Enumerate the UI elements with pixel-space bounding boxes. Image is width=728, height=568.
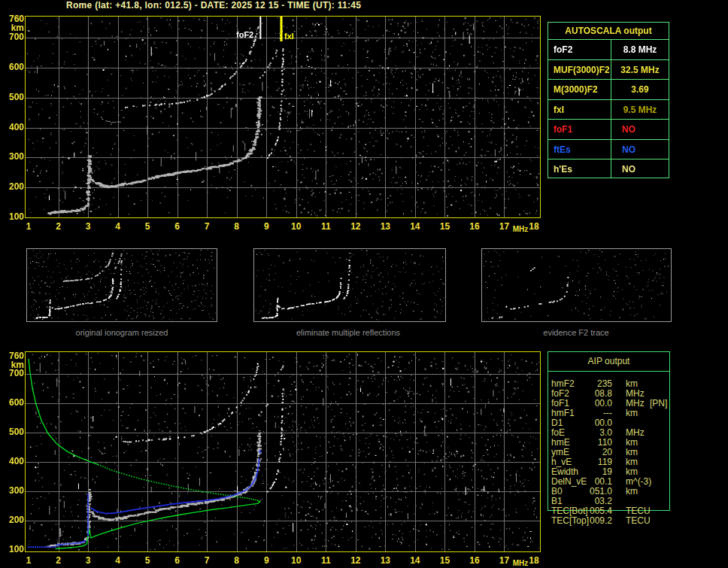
thumbnail-original-ionogram <box>26 248 217 322</box>
parameter-value: --- <box>581 408 612 418</box>
parameter-unit: km <box>626 457 638 467</box>
autoscala-row-MUF(3000)F2: MUF(3000)F232.5 MHz <box>548 59 669 80</box>
parameter-unit: km <box>626 378 638 389</box>
parameter-unit: km <box>626 437 638 448</box>
height-axis-unit: km <box>2 23 24 33</box>
parameter-label: B0 <box>551 486 563 497</box>
freq-tick-7: 7 <box>199 555 215 566</box>
height-tick-200: 200 <box>2 515 24 525</box>
parameter-value: 005.4 <box>581 506 612 516</box>
height-tick-600: 600 <box>2 398 24 408</box>
freq-tick-15: 15 <box>436 555 453 566</box>
aip-row-hmF1: hmF1---km <box>548 408 675 418</box>
autoscala-row-M(3000)F2: M(3000)F23.69 <box>548 79 669 99</box>
freq-tick-5: 5 <box>139 555 156 566</box>
ionogram-plot-top <box>25 16 541 219</box>
height-tick-200: 200 <box>2 182 24 192</box>
parameter-label: foE <box>551 427 565 438</box>
freq-tick-2: 2 <box>50 221 67 232</box>
freq-tick-14: 14 <box>407 221 423 232</box>
freq-tick-10: 10 <box>288 555 305 566</box>
freq-tick-6: 6 <box>169 555 186 566</box>
parameter-label: foF1 <box>554 124 572 135</box>
parameter-value: 00.1 <box>581 476 612 487</box>
parameter-label: hmF1 <box>551 408 575 418</box>
freq-tick-16: 16 <box>466 555 483 566</box>
parameter-value: 110 <box>581 437 612 448</box>
freq-tick-1: 1 <box>20 555 37 566</box>
thumbnail-caption: evidence F2 trace <box>501 328 651 338</box>
height-tick-500: 500 <box>2 93 24 102</box>
height-tick-500: 500 <box>2 427 24 437</box>
aip-row-hmF2: hmF2235km <box>548 378 675 388</box>
parameter-unit: km <box>626 466 638 477</box>
freq-tick-9: 9 <box>258 555 275 566</box>
height-tick-300: 300 <box>2 152 24 162</box>
freq-tick-4: 4 <box>110 555 126 566</box>
parameter-label: ftEs <box>554 144 571 155</box>
freq-tick-8: 8 <box>229 555 245 566</box>
aip-row-h_vE: h_vE119km <box>548 457 675 466</box>
freq-tick-15: 15 <box>436 221 453 232</box>
parameter-label: ymE <box>551 447 569 457</box>
aip-row-hmE: hmE110km <box>548 437 675 447</box>
parameter-label: hmE <box>551 437 570 448</box>
freq-tick-4: 4 <box>110 221 126 232</box>
thumbnail-multiples-removed <box>253 248 446 322</box>
parameter-unit: km <box>626 486 638 497</box>
parameter-value: 3.69 <box>611 84 669 95</box>
aip-header-divider <box>548 371 669 372</box>
aip-row-D1: D100.0 <box>548 418 675 427</box>
parameter-unit: MHz <box>626 427 645 438</box>
freq-tick-11: 11 <box>317 221 334 232</box>
thumbnail-caption: eliminate multiple reflections <box>273 328 423 338</box>
parameter-unit: km <box>626 447 638 457</box>
autoscala-table-title: AUTOSCALA output <box>548 23 669 40</box>
parameter-value: 8.8 MHz <box>611 44 669 55</box>
parameter-value: 19 <box>581 466 612 477</box>
parameter-value: 119 <box>581 457 612 467</box>
freq-tick-13: 13 <box>377 221 393 232</box>
parameter-value: NO <box>622 124 667 135</box>
aip-row-foF2: foF208.8MHz <box>548 388 675 398</box>
parameter-unit: TECU <box>626 506 651 516</box>
freq-tick-7: 7 <box>199 221 215 232</box>
aip-row-TEC[Bot]: TEC[Bot]005.4TECU <box>548 506 675 515</box>
height-tick-100: 100 <box>2 545 24 554</box>
parameter-label: M(3000)F2 <box>554 84 598 95</box>
freq-axis-unit: MHz <box>511 559 530 567</box>
parameter-label: MUF(3000)F2 <box>554 65 610 75</box>
autoscala-app-window: Rome (lat: +41.8, lon: 012.5) - DATE: 20… <box>0 0 728 568</box>
thumbnail-caption: original ionogram resized <box>47 328 197 338</box>
freq-tick-2: 2 <box>50 555 67 566</box>
parameter-value: 3.0 <box>581 427 612 438</box>
freq-tick-10: 10 <box>288 221 305 232</box>
parameter-value: 00.0 <box>581 418 612 428</box>
thumbnail-f2-trace-evidence <box>481 248 672 322</box>
parameter-value: NO <box>622 144 667 155</box>
parameter-label: foF1 <box>551 398 569 409</box>
freq-tick-13: 13 <box>377 555 393 566</box>
freq-tick-3: 3 <box>80 221 96 232</box>
freq-tick-12: 12 <box>347 555 364 566</box>
parameter-unit: MHz <box>626 398 645 409</box>
parameter-label: Ewidth <box>551 466 578 477</box>
parameter-label: D1 <box>551 418 563 428</box>
parameter-value: 03.2 <box>581 496 612 506</box>
freq-tick-8: 8 <box>229 221 245 232</box>
parameter-label: h_vE <box>551 457 572 467</box>
window-title: Rome (lat: +41.8, lon: 012.5) - DATE: 20… <box>66 0 361 11</box>
aip-row-ymE: ymE20km <box>548 447 675 457</box>
aip-row-TEC[Top]: TEC[Top]009.2TECU <box>548 515 675 525</box>
parameter-value: 009.2 <box>581 515 612 526</box>
parameter-label: foF2 <box>554 44 572 55</box>
freq-tick-1: 1 <box>20 221 37 232</box>
foF2-marker-label: foF2 <box>236 30 253 39</box>
aip-table-title: AIP output <box>548 356 669 366</box>
parameter-label: h'Es <box>554 164 572 175</box>
freq-tick-11: 11 <box>317 555 334 566</box>
freq-tick-14: 14 <box>407 555 423 566</box>
height-tick-400: 400 <box>2 123 24 132</box>
parameter-value: 9.5 MHz <box>611 105 669 115</box>
autoscala-row-h'Es: h'EsNO <box>548 159 669 179</box>
